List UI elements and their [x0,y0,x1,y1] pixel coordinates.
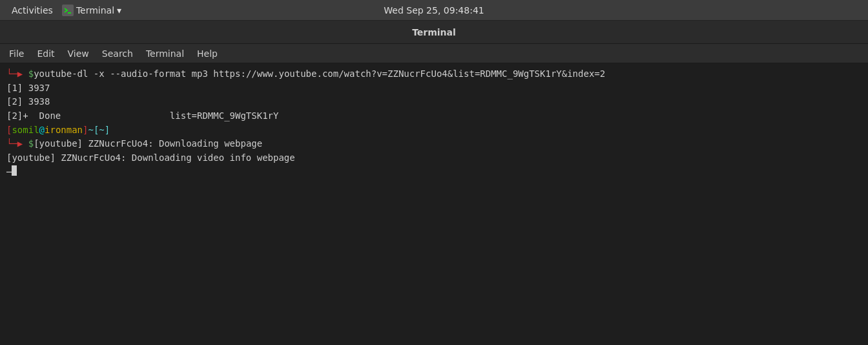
menu-file[interactable]: File [4,47,29,60]
output-3: [2] 3938 [6,95,50,109]
arrow-2: └─▶ [6,137,28,151]
menu-search[interactable]: Search [97,47,138,60]
terminal-line-4: [2]+ Done list=RDMMC_9WgTSK1rY [6,109,862,123]
terminal-dropdown-arrow: ▾ [117,5,121,16]
terminal-app-icon [62,5,74,16]
terminal-content: └─▶ $youtube-dl -x --audio-format mp3 ht… [0,63,868,345]
datetime-display: Wed Sep 25, 09:48:41 [384,5,484,16]
activities-button[interactable]: Activities [8,4,57,17]
terminal-app-label: Terminal [76,5,114,16]
tilde-path: ~[~] [88,123,110,138]
terminal-line-5: └─▶ $[youtube] ZZNucrFcUo4: Downloading … [6,137,862,151]
terminal-prompt-line: [somil@ironman]~[~] [6,123,862,138]
menu-help[interactable]: Help [192,47,223,60]
at-symbol: @ [39,123,45,138]
window-title-bar: Terminal [0,21,868,44]
output-2: [1] 3937 [6,81,50,96]
cursor-dash: ─ [6,165,12,180]
arrow-1: └─▶ [6,67,28,81]
hostname-text: ironman [45,123,83,138]
terminal-line-1: └─▶ $youtube-dl -x --audio-format mp3 ht… [6,67,862,81]
window-title: Terminal [412,27,456,37]
terminal-line-3: [2] 3938 [6,95,862,109]
bracket-red-close: ] [83,123,88,138]
username-text: somil [12,123,39,138]
output-6: [youtube] ZZNucrFcUo4: Downloading video… [6,151,295,165]
system-bar-left: Activities Terminal ▾ [8,4,121,17]
menu-edit[interactable]: Edit [32,47,59,60]
cursor-block [12,165,17,176]
menu-bar: File Edit View Search Terminal Help [0,44,868,63]
output-4: [2]+ Done list=RDMMC_9WgTSK1rY [6,109,278,123]
terminal-line-6: [youtube] ZZNucrFcUo4: Downloading video… [6,151,862,165]
command-2: [youtube] ZZNucrFcUo4: Downloading webpa… [34,137,262,151]
terminal-cursor-line: ─ [6,165,862,180]
terminal-line-2: [1] 3937 [6,81,862,96]
prompt-dollar-2: $ [28,137,34,151]
command-1: youtube-dl -x --audio-format mp3 https:/… [34,67,605,81]
system-bar: Activities Terminal ▾ Wed Sep 25, 09:48:… [0,0,868,21]
menu-view[interactable]: View [63,47,94,60]
prompt-dollar-1: $ [28,67,34,81]
bracket-red-open: [ [6,123,12,138]
terminal-app-button[interactable]: Terminal ▾ [62,5,121,16]
menu-terminal[interactable]: Terminal [141,47,189,60]
